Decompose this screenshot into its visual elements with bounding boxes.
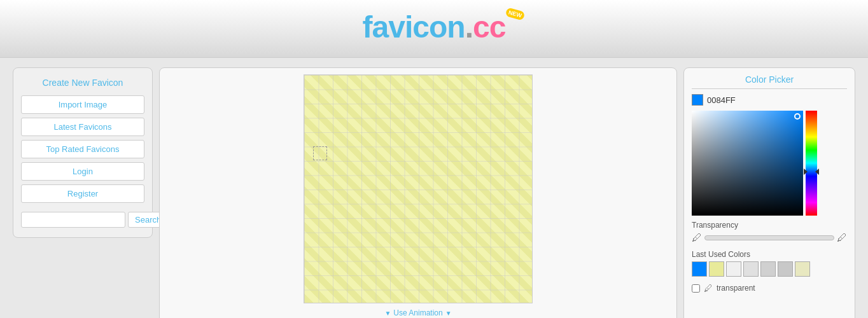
favicon-canvas[interactable]: [304, 74, 533, 303]
transparency-label: Transparency: [692, 221, 847, 230]
arrow-down-icon: ▼: [384, 310, 391, 317]
hue-cursor-right: [815, 169, 819, 175]
transparent-checkbox[interactable]: [692, 284, 700, 293]
swatch-4[interactable]: [760, 261, 776, 277]
hue-cursor-left: [804, 169, 808, 175]
gradient-cursor: [794, 113, 801, 120]
transparent-label: transparent: [717, 284, 755, 293]
search-row: Search: [21, 212, 144, 228]
color-hex-value: 0084FF: [707, 95, 736, 105]
canvas-selection: [313, 146, 327, 160]
logo-text: favicon.cc: [363, 10, 506, 44]
left-panel: Create New Favicon Import Image Latest F…: [13, 67, 153, 318]
color-hex-row: 0084FF: [692, 94, 847, 106]
import-image-button[interactable]: Import Image: [21, 95, 144, 114]
arrow-down-icon-2: ▼: [445, 310, 452, 317]
center-panel: ▼ Use Animation ▼: [159, 67, 677, 318]
top-rated-favicons-button[interactable]: Top Rated Favicons: [21, 140, 144, 158]
swatch-5[interactable]: [778, 261, 793, 277]
animation-bar[interactable]: ▼ Use Animation ▼: [384, 308, 451, 317]
swatch-6[interactable]: [795, 261, 810, 277]
latest-favicons-button[interactable]: Latest Favicons: [21, 118, 144, 136]
color-picker-title: Color Picker: [692, 74, 847, 89]
logo: favicon.cc NEW: [363, 10, 506, 45]
transparent-icon: 🖊: [704, 283, 713, 293]
logo-favicon: favicon: [363, 10, 465, 44]
last-used-label: Last Used Colors: [692, 250, 847, 259]
transparency-slider[interactable]: [704, 235, 834, 240]
hue-bar[interactable]: [806, 111, 817, 216]
logo-cc: cc: [473, 10, 505, 44]
login-button[interactable]: Login: [21, 162, 144, 181]
swatch-1[interactable]: [709, 261, 724, 277]
search-input[interactable]: [21, 212, 125, 228]
transparency-left-icon: 🖊: [692, 232, 702, 244]
animation-label[interactable]: Use Animation: [393, 308, 442, 317]
swatch-0[interactable]: [692, 261, 707, 277]
left-panel-inner: Create New Favicon Import Image Latest F…: [13, 67, 153, 238]
transparency-right-icon: 🖊: [837, 232, 847, 244]
canvas-grid: [304, 75, 532, 303]
swatch-2[interactable]: [726, 261, 741, 277]
logo-badge: NEW: [505, 7, 526, 20]
last-used-row: [692, 261, 847, 277]
main-content: Create New Favicon Import Image Latest F…: [0, 58, 868, 318]
transparency-row: 🖊 🖊: [692, 232, 847, 244]
gradient-picker[interactable]: [692, 111, 803, 216]
right-panel: Color Picker 0084FF Transparency 🖊 🖊 Las…: [683, 67, 855, 318]
register-button[interactable]: Register: [21, 184, 144, 203]
color-hex-swatch[interactable]: [692, 94, 703, 106]
header: favicon.cc NEW: [0, 0, 868, 58]
swatch-3[interactable]: [743, 261, 759, 277]
transparent-row: 🖊 transparent: [692, 283, 847, 293]
panel-title: Create New Favicon: [21, 78, 144, 88]
logo-dot: .: [465, 10, 473, 44]
color-gradient-area: [692, 111, 847, 216]
